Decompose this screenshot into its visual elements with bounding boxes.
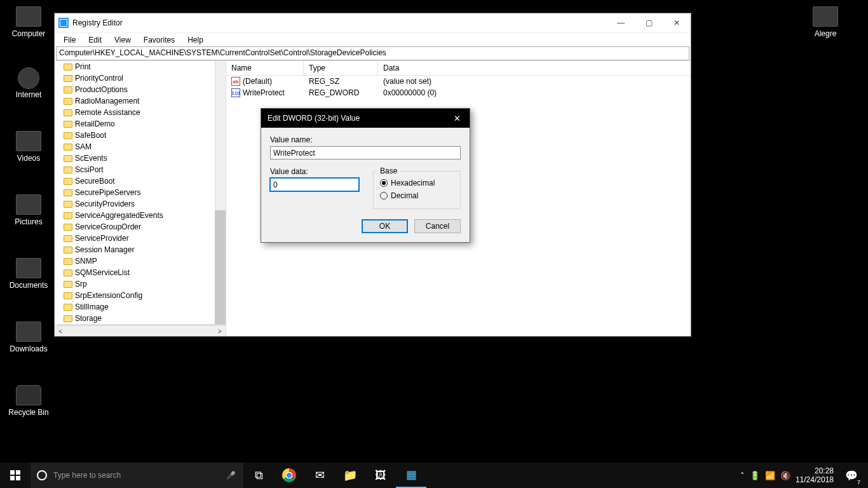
desktop-icon-pictures[interactable]: Pictures <box>5 194 52 226</box>
listview-header: Name Type Data <box>226 61 691 76</box>
value-name-input[interactable] <box>270 146 461 159</box>
taskview-button[interactable]: ⧉ <box>243 463 274 488</box>
radio-hexadecimal[interactable]: Hexadecimal <box>380 177 454 189</box>
taskbar-search[interactable]: Type here to search 🎤 <box>31 463 243 488</box>
tree-vscrollbar[interactable] <box>215 61 226 325</box>
folder-icon <box>64 201 72 208</box>
ok-button[interactable]: OK <box>362 219 408 233</box>
folder-icon <box>64 109 72 116</box>
taskbar-chrome[interactable]: . <box>282 468 296 482</box>
desktop-icon-documents[interactable]: Documents <box>5 258 52 290</box>
tree-vscroll-thumb[interactable] <box>215 210 226 325</box>
base-group: Base Hexadecimal Decimal <box>373 171 461 209</box>
tree-item[interactable]: Srp <box>57 278 226 290</box>
taskbar-regedit[interactable]: ▦ <box>396 463 426 488</box>
desktop-icon-internet[interactable]: Internet <box>5 67 52 99</box>
volume-icon[interactable]: 🔇 <box>780 471 790 480</box>
folder-icon <box>64 166 72 173</box>
menu-favorites[interactable]: Favorites <box>137 34 181 46</box>
regvalue-icon: 110 <box>231 88 240 97</box>
taskbar-clock[interactable]: 20:28 11/24/2018 <box>796 466 834 485</box>
tree-item[interactable]: StillImage <box>57 301 226 313</box>
desktop-icon-alegre[interactable]: Alegre <box>802 6 849 38</box>
regvalue-icon: ab <box>231 77 240 86</box>
tree-item[interactable]: RadioManagement <box>57 95 226 107</box>
folder-icon <box>64 304 72 311</box>
folder-icon <box>64 315 72 322</box>
tree-item[interactable]: SecurePipeServers <box>57 187 226 198</box>
menu-edit[interactable]: Edit <box>82 34 108 46</box>
desktop-icon-videos[interactable]: Videos <box>5 131 52 163</box>
menu-file[interactable]: File <box>57 34 82 46</box>
radio-icon <box>380 192 388 200</box>
tree-item[interactable]: ScEvents <box>57 152 226 164</box>
tree-item[interactable]: Session Manager <box>57 244 226 255</box>
maximize-button[interactable]: ▢ <box>635 13 663 32</box>
menu-help[interactable]: Help <box>181 34 210 46</box>
dialog-titlebar[interactable]: Edit DWORD (32-bit) Value ✕ <box>261 109 470 128</box>
col-name[interactable]: Name <box>226 61 304 75</box>
tree-item-label: SNMP <box>75 257 97 266</box>
close-button[interactable]: ✕ <box>663 13 691 32</box>
col-data[interactable]: Data <box>378 61 691 75</box>
tree-item[interactable]: ServiceAggregatedEvents <box>57 210 226 221</box>
radio-decimal[interactable]: Decimal <box>380 189 454 202</box>
tree-item[interactable]: ProductOptions <box>57 84 226 95</box>
start-button[interactable] <box>0 463 31 488</box>
row-name: (Default) <box>243 77 272 86</box>
window-title: Registry Editor <box>72 18 123 27</box>
action-center-button[interactable]: 💬7 <box>839 463 864 488</box>
tree-item-label: ServiceGroupOrder <box>75 222 141 231</box>
edit-dword-dialog: Edit DWORD (32-bit) Value ✕ Value name: … <box>261 108 470 243</box>
tree-hscrollbar[interactable]: < > <box>55 325 226 336</box>
col-type[interactable]: Type <box>304 61 378 75</box>
tree-item[interactable]: SQMServiceList <box>57 267 226 278</box>
tree-item[interactable]: RetailDemo <box>57 118 226 130</box>
wifi-icon[interactable]: 📶 <box>765 471 775 480</box>
tree-item[interactable]: SecurityProviders <box>57 198 226 210</box>
radio-icon <box>380 179 388 187</box>
tree-item[interactable]: StorageDevicePolicies <box>57 324 226 325</box>
cancel-button[interactable]: Cancel <box>414 219 461 233</box>
folder-icon <box>64 98 72 105</box>
row-type: REG_SZ <box>304 77 378 86</box>
desktop-icon-computer[interactable]: Computer <box>5 6 52 38</box>
list-row[interactable]: 110WriteProtectREG_DWORD0x00000000 (0) <box>226 87 691 98</box>
tray-expand-icon[interactable]: ˄ <box>740 471 745 480</box>
scroll-left-icon[interactable]: < <box>56 327 65 335</box>
tree-item[interactable]: SAM <box>57 141 226 152</box>
mic-icon[interactable]: 🎤 <box>226 471 236 480</box>
value-data-input[interactable] <box>270 178 359 191</box>
menu-view[interactable]: View <box>108 34 137 46</box>
battery-icon[interactable]: 🔋 <box>750 471 760 480</box>
tree-item-label: SAM <box>75 142 92 151</box>
list-row[interactable]: ab(Default)REG_SZ(value not set) <box>226 76 691 87</box>
tree-item[interactable]: ServiceGroupOrder <box>57 221 226 233</box>
dialog-close-button[interactable]: ✕ <box>444 109 470 128</box>
taskbar-explorer[interactable]: 📁 <box>335 463 365 488</box>
tree-item[interactable]: ScsiPort <box>57 164 226 175</box>
desktop-icon-downloads[interactable]: Downloads <box>5 322 52 353</box>
tree-item[interactable]: Storage <box>57 313 226 324</box>
desktop-icon-recyclebin[interactable]: Recycle Bin <box>5 385 52 417</box>
tree-item[interactable]: SrpExtensionConfig <box>57 290 226 301</box>
tree-item[interactable]: Print <box>57 61 226 72</box>
address-bar[interactable]: Computer\HKEY_LOCAL_MACHINE\SYSTEM\Curre… <box>56 46 689 60</box>
titlebar[interactable]: Registry Editor — ▢ ✕ <box>55 13 691 32</box>
taskbar-photos[interactable]: 🖼 <box>365 463 396 488</box>
taskbar-mail[interactable]: ✉ <box>304 463 335 488</box>
taskbar: Type here to search 🎤 ⧉ . ✉ 📁 🖼 ▦ ˄ 🔋 📶 … <box>0 463 868 488</box>
tree-item[interactable]: SNMP <box>57 255 226 267</box>
minimize-button[interactable]: — <box>607 13 635 32</box>
folder-icon <box>64 212 72 219</box>
tree-item-label: Session Manager <box>75 245 134 254</box>
tree-item-label: SafeBoot <box>75 131 106 140</box>
tree-item[interactable]: PriorityControl <box>57 72 226 84</box>
scroll-right-icon[interactable]: > <box>215 327 224 335</box>
tree-item[interactable]: SafeBoot <box>57 130 226 141</box>
tree-item[interactable]: ServiceProvider <box>57 233 226 244</box>
tree-item-label: SQMServiceList <box>75 268 130 277</box>
tree-item[interactable]: Remote Assistance <box>57 107 226 118</box>
cortana-icon <box>37 470 47 480</box>
tree-item[interactable]: SecureBoot <box>57 175 226 187</box>
